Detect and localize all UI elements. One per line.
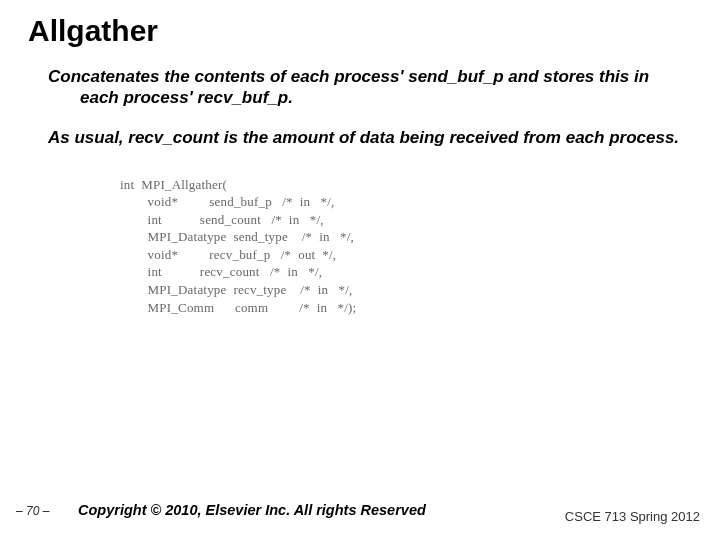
paragraph-2-text: As usual, recv_count is the amount of da… [48, 127, 680, 148]
paragraph-1: Concatenates the contents of each proces… [48, 66, 680, 109]
paragraph-2: As usual, recv_count is the amount of da… [48, 127, 680, 148]
code-signature: int MPI_Allgather( void* send_buf_p /* i… [0, 166, 720, 316]
course-label: CSCE 713 Spring 2012 [565, 509, 700, 524]
slide-title: Allgather [0, 0, 720, 48]
body-text: Concatenates the contents of each proces… [0, 48, 720, 148]
paragraph-1-text: Concatenates the contents of each proces… [48, 66, 680, 109]
copyright-text: Copyright © 2010, Elsevier Inc. All righ… [78, 502, 426, 518]
page-number: – 70 – [16, 504, 49, 518]
